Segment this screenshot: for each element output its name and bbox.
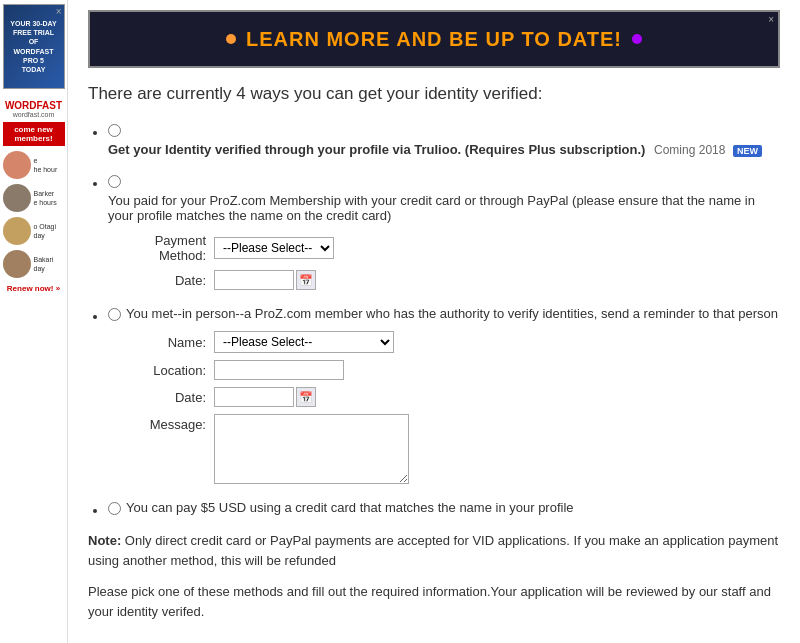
method-trulioo-text: Get your Identity verified through your …: [108, 142, 762, 157]
payment-method-row: Payment Method: --Please Select--: [126, 233, 780, 263]
banner-dot-right: [632, 34, 642, 44]
sidebar-ad-text: YOUR 30-DAYFREE TRIAL OFWORDFAST PRO 5TO…: [8, 19, 60, 74]
method-trulioo-badge: NEW: [733, 145, 762, 157]
method-person-label: You met--in person--a ProZ.com member wh…: [108, 306, 780, 321]
pick-note: Please pick one of these methods and fil…: [88, 582, 780, 621]
person-message-row: Message:: [126, 414, 780, 484]
method-payment-item: You paid for your ProZ.com Membership wi…: [108, 173, 780, 290]
person-location-row: Location:: [126, 360, 780, 380]
sidebar: × YOUR 30-DAYFREE TRIAL OFWORDFAST PRO 5…: [0, 0, 68, 643]
person-name-select[interactable]: --Please Select--: [214, 331, 394, 353]
note-text: Only direct credit card or PayPal paymen…: [88, 533, 778, 568]
method-pay5-item: You can pay $5 USD using a credit card t…: [108, 500, 780, 515]
sidebar-renew-link[interactable]: Renew now! »: [7, 284, 60, 293]
method-payment-label: You paid for your ProZ.com Membership wi…: [108, 173, 780, 223]
method-trulioo-item: Get your Identity verified through your …: [108, 122, 780, 157]
method-trulioo-coming-soon: Coming 2018: [654, 143, 725, 157]
banner-text: LEARN MORE AND BE UP TO DATE!: [246, 28, 622, 51]
person-location-label: Location:: [126, 363, 206, 378]
person-date-label: Date:: [126, 390, 206, 405]
banner-close[interactable]: ×: [768, 14, 774, 25]
sidebar-wordfast-logo: WORDFAST: [5, 100, 62, 111]
method-pay5-label: You can pay $5 USD using a credit card t…: [108, 500, 780, 515]
person-date-wrapper: 📅: [214, 387, 316, 407]
note-label: Note:: [88, 533, 121, 548]
method-payment-form: Payment Method: --Please Select-- Date: …: [126, 233, 780, 290]
sidebar-ad-close[interactable]: ×: [56, 6, 62, 17]
method-trulioo-bold: Get your Identity verified through your …: [108, 142, 645, 157]
member-avatar-4: [3, 250, 31, 278]
note-section: Note: Only direct credit card or PayPal …: [88, 531, 780, 570]
method-person-item: You met--in person--a ProZ.com member wh…: [108, 306, 780, 484]
method-person-text: You met--in person--a ProZ.com member wh…: [126, 306, 778, 321]
method-pay5-radio[interactable]: [108, 502, 121, 515]
person-message-textarea[interactable]: [214, 414, 409, 484]
payment-method-select[interactable]: --Please Select--: [214, 237, 334, 259]
sidebar-members-header: come new members!: [3, 122, 65, 146]
page-title: There are currently 4 ways you can get y…: [88, 84, 780, 104]
method-person-form: Name: --Please Select-- Location: Date: …: [126, 331, 780, 484]
person-message-label: Message:: [126, 414, 206, 432]
sidebar-member-2[interactable]: Barkere hours: [3, 184, 65, 212]
sidebar-wordfast-url: wordfast.com: [13, 111, 55, 118]
payment-date-row: Date: 📅: [126, 270, 780, 290]
method-trulioo-radio[interactable]: [108, 124, 121, 137]
sidebar-member-1[interactable]: ehe hour: [3, 151, 65, 179]
payment-method-label: Payment Method:: [126, 233, 206, 263]
person-date-input[interactable]: [214, 387, 294, 407]
top-banner: × LEARN MORE AND BE UP TO DATE!: [88, 10, 780, 68]
person-name-label: Name:: [126, 335, 206, 350]
methods-list: Get your Identity verified through your …: [88, 122, 780, 515]
member-info-1: ehe hour: [34, 156, 58, 174]
banner-dot-left: [226, 34, 236, 44]
member-avatar-3: [3, 217, 31, 245]
person-location-input[interactable]: [214, 360, 344, 380]
member-info-3: o Otagiday: [34, 222, 57, 240]
sidebar-member-4[interactable]: Bakariday: [3, 250, 65, 278]
method-payment-text: You paid for your ProZ.com Membership wi…: [108, 193, 780, 223]
payment-date-wrapper: 📅: [214, 270, 316, 290]
payment-date-input[interactable]: [214, 270, 294, 290]
method-payment-radio[interactable]: [108, 175, 121, 188]
sidebar-ad[interactable]: × YOUR 30-DAYFREE TRIAL OFWORDFAST PRO 5…: [3, 4, 65, 89]
person-name-row: Name: --Please Select--: [126, 331, 780, 353]
person-date-row: Date: 📅: [126, 387, 780, 407]
member-info-4: Bakariday: [34, 255, 54, 273]
payment-date-label: Date:: [126, 273, 206, 288]
member-avatar-2: [3, 184, 31, 212]
sidebar-member-3[interactable]: o Otagiday: [3, 217, 65, 245]
member-avatar-1: [3, 151, 31, 179]
main-content: × LEARN MORE AND BE UP TO DATE! There ar…: [68, 0, 800, 643]
person-date-cal-btn[interactable]: 📅: [296, 387, 316, 407]
method-trulioo-label: Get your Identity verified through your …: [108, 122, 780, 157]
method-person-radio[interactable]: [108, 308, 121, 321]
member-info-2: Barkere hours: [34, 189, 57, 207]
payment-date-cal-btn[interactable]: 📅: [296, 270, 316, 290]
method-pay5-text: You can pay $5 USD using a credit card t…: [126, 500, 574, 515]
